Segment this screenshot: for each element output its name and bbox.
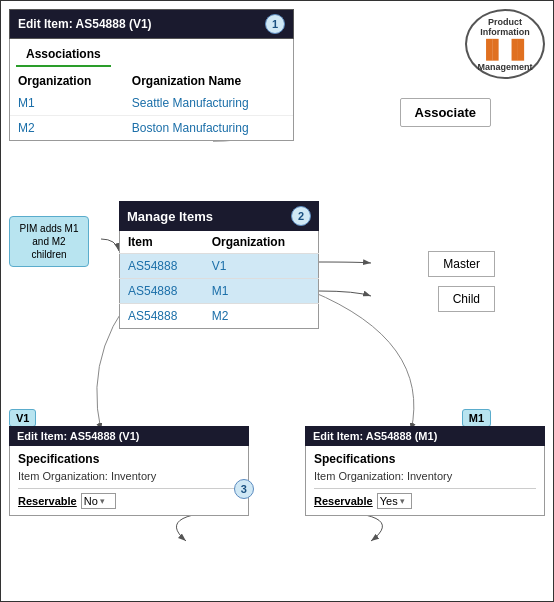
badge-1: 1 <box>265 14 285 34</box>
manage-col-item: Item <box>120 231 204 254</box>
associate-button[interactable]: Associate <box>400 98 491 127</box>
label-m1: M1 <box>462 409 491 427</box>
manage-item-m2: AS54888 <box>120 304 204 329</box>
reservable-row-right: Reservable Yes ▾ <box>314 493 536 509</box>
table-row: AS54888 V1 <box>120 254 319 279</box>
manage-items-title: Manage Items <box>127 209 213 224</box>
reservable-value-right: Yes <box>380 495 398 507</box>
chevron-down-icon-right: ▾ <box>400 496 405 506</box>
edit-item-title: Edit Item: AS54888 (V1) <box>18 17 152 31</box>
bottom-right-spec-title: Specifications <box>314 452 536 466</box>
pim-note-text: PIM adds M1and M2children <box>20 223 79 260</box>
org-m2: M2 <box>10 116 124 141</box>
pim-line3: Management <box>477 62 532 72</box>
manage-item-v1: AS54888 <box>120 254 204 279</box>
org-m1: M1 <box>10 91 124 116</box>
spec-divider-right <box>314 488 536 489</box>
manage-item-m1: AS54888 <box>120 279 204 304</box>
bottom-left-body: Specifications Item Organization: Invent… <box>9 446 249 516</box>
top-edit-item-section: Edit Item: AS54888 (V1) 1 Associations O… <box>9 9 294 141</box>
reservable-value-left: No <box>84 495 98 507</box>
manage-items-header: Manage Items 2 <box>119 201 319 231</box>
manage-items-table: Item Organization AS54888 V1 AS54888 M1 … <box>119 231 319 329</box>
reservable-select-left[interactable]: No ▾ <box>81 493 116 509</box>
bottom-right-body: Specifications Item Organization: Invent… <box>305 446 545 516</box>
associations-box: Associations Organization Organization N… <box>9 39 294 141</box>
col-org-header: Organization <box>10 71 124 91</box>
manage-org-v1: V1 <box>204 254 319 279</box>
bottom-right-header: Edit Item: AS54888 (M1) <box>305 426 545 446</box>
pim-logo: Product Information ▐▌▐▌ Management <box>465 9 545 79</box>
reservable-label-left: Reservable <box>18 495 77 507</box>
manage-items-box: Manage Items 2 Item Organization AS54888… <box>119 201 319 329</box>
chevron-down-icon: ▾ <box>100 496 105 506</box>
pim-note: PIM adds M1and M2children <box>9 216 89 267</box>
bottom-left-spec-row: Item Organization: Inventory <box>18 470 240 482</box>
manage-org-m1: M1 <box>204 279 319 304</box>
manage-org-m2: M2 <box>204 304 319 329</box>
master-button[interactable]: Master <box>428 251 495 277</box>
associations-table: Organization Organization Name M1 Seattl… <box>10 71 293 140</box>
badge-2: 2 <box>291 206 311 226</box>
edit-item-header: Edit Item: AS54888 (V1) 1 <box>9 9 294 39</box>
diff-values-container: 3 DifferentValues <box>214 491 273 535</box>
col-orgname-header: Organization Name <box>124 71 293 91</box>
bottom-right-box: Edit Item: AS54888 (M1) Specifications I… <box>305 426 545 516</box>
label-v1: V1 <box>9 409 36 427</box>
manage-col-org: Organization <box>204 231 319 254</box>
reservable-row-left: Reservable No ▾ <box>18 493 240 509</box>
table-row: M2 Boston Manufacturing <box>10 116 293 141</box>
main-container: Edit Item: AS54888 (V1) 1 Associations O… <box>0 0 554 602</box>
table-row: M1 Seattle Manufacturing <box>10 91 293 116</box>
tab-associations[interactable]: Associations <box>16 43 111 67</box>
reservable-label-right: Reservable <box>314 495 373 507</box>
orgname-m2: Boston Manufacturing <box>124 116 293 141</box>
badge-3: 3 <box>234 479 254 499</box>
bottom-left-header: Edit Item: AS54888 (V1) <box>9 426 249 446</box>
reservable-select-right[interactable]: Yes ▾ <box>377 493 412 509</box>
table-row: AS54888 M1 <box>120 279 319 304</box>
bottom-left-spec-title: Specifications <box>18 452 240 466</box>
child-button[interactable]: Child <box>438 286 495 312</box>
orgname-m1: Seattle Manufacturing <box>124 91 293 116</box>
barcode-icon: ▐▌▐▌ <box>479 39 530 60</box>
bottom-right-spec-row: Item Organization: Inventory <box>314 470 536 482</box>
bottom-left-box: Edit Item: AS54888 (V1) Specifications I… <box>9 426 249 516</box>
pim-line1: Product <box>488 17 522 27</box>
table-row: AS54888 M2 <box>120 304 319 329</box>
spec-divider <box>18 488 240 489</box>
pim-line2: Information <box>480 27 530 37</box>
